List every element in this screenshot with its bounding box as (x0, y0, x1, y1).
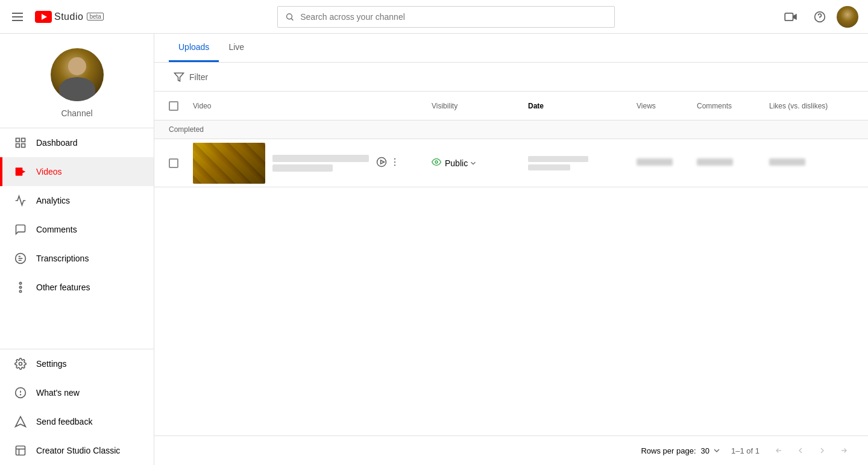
next-page-button[interactable] (813, 441, 832, 460)
settings-icon (14, 358, 27, 370)
views-col (637, 158, 697, 167)
svg-point-9 (820, 19, 820, 19)
channel-label: Channel (61, 108, 92, 118)
header-visibility: Visibility (432, 102, 528, 110)
creator-studio-classic-icon (14, 445, 27, 457)
whats-new-icon (14, 387, 27, 399)
last-page-button[interactable] (834, 441, 854, 460)
svg-rect-13 (22, 144, 25, 148)
main-layout: Channel Dashboard (0, 34, 868, 465)
eye-icon (432, 157, 441, 169)
header-checkbox-col (169, 101, 193, 111)
likes-value (769, 158, 805, 166)
svg-point-2 (287, 13, 292, 19)
header-left: Studio beta (10, 10, 154, 23)
sidebar-item-settings[interactable]: Settings (0, 349, 154, 378)
section-completed: Completed (154, 120, 868, 139)
send-feedback-icon (14, 416, 27, 428)
chevron-down-icon (712, 446, 722, 455)
svg-point-36 (435, 161, 438, 163)
avatar[interactable] (837, 6, 858, 28)
visibility-dropdown[interactable]: Public (445, 158, 477, 168)
svg-marker-32 (381, 160, 385, 164)
svg-point-26 (20, 395, 21, 395)
svg-rect-11 (22, 139, 25, 142)
sidebar-item-label: Creator Studio Classic (36, 446, 120, 455)
svg-rect-10 (16, 139, 20, 142)
dashboard-icon (14, 137, 27, 149)
channel-avatar[interactable] (51, 48, 104, 101)
sidebar-item-dashboard[interactable]: Dashboard (0, 128, 154, 157)
first-page-icon (774, 446, 784, 455)
pagination: Rows per page: 30 1–1 of 1 (154, 435, 868, 465)
svg-point-23 (19, 363, 22, 366)
sidebar-item-send-feedback[interactable]: Send feedback (0, 407, 154, 436)
video-col (193, 143, 432, 184)
content-tabs: Uploads Live (154, 34, 868, 63)
svg-marker-30 (175, 73, 184, 81)
sidebar-item-videos[interactable]: Videos (0, 157, 154, 186)
sidebar-item-other-features[interactable]: Other features (0, 273, 154, 302)
filter-button[interactable]: Filter (169, 69, 213, 85)
sidebar-item-transcriptions[interactable]: Transcriptions (0, 244, 154, 273)
avatar-image (837, 6, 858, 28)
video-play-button[interactable] (376, 157, 387, 170)
analytics-icon (14, 195, 27, 207)
table-row: Public (154, 139, 868, 187)
visibility-col: Public (432, 157, 528, 169)
video-thumbnail[interactable] (193, 143, 265, 184)
sidebar-item-label: Send feedback (36, 417, 92, 426)
create-video-button[interactable] (779, 5, 803, 29)
beta-badge: beta (87, 13, 103, 20)
rows-per-page-value: 30 (701, 446, 709, 455)
svg-marker-27 (16, 417, 26, 427)
svg-marker-5 (793, 13, 797, 20)
date-col (528, 156, 637, 170)
svg-line-3 (292, 18, 294, 20)
header: Studio beta (0, 0, 868, 34)
video-more-button[interactable] (389, 157, 400, 170)
visibility-label: Public (445, 158, 468, 168)
svg-rect-12 (16, 144, 20, 148)
content: Uploads Live Filter Video Visibili (154, 34, 868, 465)
sidebar-item-analytics[interactable]: Analytics (0, 186, 154, 215)
rows-per-page: Rows per page: 30 (641, 446, 722, 455)
video-title-bar-short (272, 164, 333, 172)
first-page-button[interactable] (769, 441, 788, 460)
logo-area: Studio beta (35, 11, 104, 23)
video-thumbnail-overlay (193, 143, 265, 184)
search-input[interactable] (300, 12, 607, 22)
rows-per-page-label: Rows per page: (641, 446, 696, 455)
header-date: Date (528, 102, 637, 110)
select-all-checkbox[interactable] (169, 101, 178, 111)
comments-col (697, 158, 769, 167)
header-views: Views (637, 102, 697, 110)
sidebar: Channel Dashboard (0, 34, 154, 465)
menu-button[interactable] (10, 10, 25, 23)
sidebar-item-label: Comments (36, 225, 77, 234)
channel-profile: Channel (0, 34, 154, 128)
header-right (738, 5, 858, 29)
row-checkbox[interactable] (169, 158, 178, 168)
sidebar-item-creator-studio-classic[interactable]: Creator Studio Classic (0, 436, 154, 465)
help-button[interactable] (808, 5, 832, 29)
nav-section: Dashboard Videos Analytics (0, 128, 154, 349)
svg-point-33 (394, 158, 395, 159)
prev-page-icon (796, 446, 805, 455)
other-features-icon (14, 281, 27, 293)
likes-col (769, 158, 854, 167)
sidebar-item-label: Settings (36, 359, 67, 369)
tab-uploads[interactable]: Uploads (169, 34, 219, 62)
video-actions (376, 157, 400, 170)
svg-rect-28 (16, 446, 25, 455)
tab-live[interactable]: Live (219, 34, 254, 62)
row-checkbox-col (169, 158, 193, 168)
sidebar-item-whats-new[interactable]: What's new (0, 378, 154, 407)
search-bar[interactable] (277, 6, 615, 28)
nav-bottom: Settings What's new Send (0, 349, 154, 465)
sidebar-item-comments[interactable]: Comments (0, 215, 154, 244)
prev-page-button[interactable] (791, 441, 810, 460)
filter-label: Filter (189, 72, 208, 82)
video-title-area (272, 155, 369, 172)
rows-per-page-select[interactable]: 30 (701, 446, 722, 455)
